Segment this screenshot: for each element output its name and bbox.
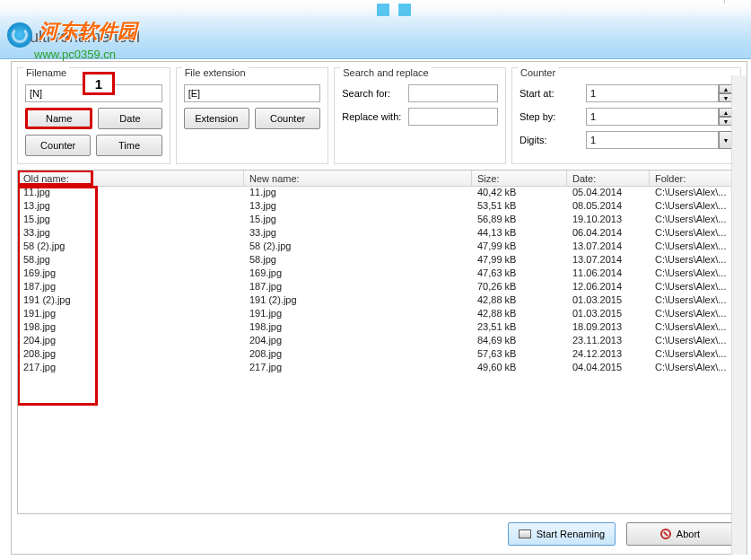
counter-button[interactable]: Counter [25, 135, 91, 156]
cell-new: 191.jpg [244, 308, 472, 321]
date-button[interactable]: Date [98, 108, 162, 129]
replace-with-input[interactable] [408, 108, 498, 126]
cell-old: 11.jpg [18, 187, 244, 200]
cell-folder: C:\Users\Alex\... [650, 321, 740, 335]
cell-new: 198.jpg [244, 321, 472, 335]
start-renaming-button[interactable]: Start Renaming [508, 522, 616, 546]
cell-new: 217.jpg [244, 362, 472, 375]
counter-groupbox: Counter Start at: ▲▼ Step by: ▲▼ Digits: [511, 67, 741, 164]
cell-folder: C:\Users\Alex\... [650, 214, 740, 227]
cell-new: 204.jpg [244, 335, 472, 348]
cell-size: 47,99 kB [472, 241, 567, 254]
table-row[interactable]: 33.jpg33.jpg44,13 kB06.04.2014C:\Users\A… [18, 227, 740, 241]
replace-with-label: Replace with: [342, 111, 405, 122]
cell-date: 23.11.2013 [567, 335, 650, 348]
col-header-new[interactable]: New name: [244, 171, 472, 186]
cell-old: 191 (2).jpg [18, 294, 244, 308]
extension-groupbox: File extension Extension Counter [176, 67, 329, 164]
cell-old: 13.jpg [18, 200, 244, 214]
table-row[interactable]: 191 (2).jpg191 (2).jpg42,88 kB01.03.2015… [18, 294, 740, 308]
cell-date: 18.09.2013 [567, 321, 650, 335]
content-panel: Filename 1 Name Date Counter Time File e… [11, 61, 747, 555]
rename-icon [519, 529, 531, 538]
cell-size: 49,60 kB [472, 362, 567, 375]
start-at-input[interactable] [586, 84, 719, 102]
table-row[interactable]: 58 (2).jpg58 (2).jpg47,99 kB13.07.2014C:… [18, 241, 740, 254]
cell-size: 47,63 kB [472, 267, 567, 281]
file-list: Old name: New name: Size: Date: Folder: … [17, 170, 741, 514]
name-button[interactable]: Name [25, 108, 92, 129]
ext-counter-button[interactable]: Counter [255, 108, 320, 129]
cell-old: 217.jpg [18, 362, 244, 375]
cell-size: 40,42 kB [472, 187, 567, 200]
cell-new: 33.jpg [244, 227, 472, 241]
cell-date: 12.06.2014 [567, 281, 650, 294]
abort-label: Abort [677, 529, 700, 539]
cell-folder: C:\Users\Alex\... [650, 308, 740, 321]
cell-folder: C:\Users\Alex\... [650, 187, 740, 200]
cell-date: 08.05.2014 [567, 200, 650, 214]
table-row[interactable]: 191.jpg191.jpg42,88 kB01.03.2015C:\Users… [18, 308, 740, 321]
col-header-size[interactable]: Size: [472, 171, 567, 186]
cell-new: 13.jpg [244, 200, 472, 214]
cell-folder: C:\Users\Alex\... [650, 281, 740, 294]
extension-button[interactable]: Extension [184, 108, 249, 129]
cell-size: 44,13 kB [472, 227, 567, 241]
table-row[interactable]: 198.jpg198.jpg23,51 kB18.09.2013C:\Users… [18, 321, 740, 335]
cell-folder: C:\Users\Alex\... [650, 227, 740, 241]
cell-old: 198.jpg [18, 321, 244, 335]
cell-date: 11.06.2014 [567, 267, 650, 281]
cell-new: 187.jpg [244, 281, 472, 294]
abort-icon [660, 529, 671, 539]
time-button[interactable]: Time [96, 135, 162, 156]
col-header-old[interactable]: Old name: [18, 171, 244, 186]
table-row[interactable]: 13.jpg13.jpg53,51 kB08.05.2014C:\Users\A… [18, 200, 740, 214]
cell-new: 191 (2).jpg [244, 294, 472, 308]
start-renaming-label: Start Renaming [537, 529, 605, 539]
extension-legend: File extension [182, 67, 249, 78]
table-row[interactable]: 15.jpg15.jpg56,89 kB19.10.2013C:\Users\A… [18, 214, 740, 227]
digits-input[interactable] [586, 131, 719, 149]
cell-size: 57,63 kB [472, 348, 567, 362]
search-for-input[interactable] [408, 84, 498, 102]
col-header-date[interactable]: Date: [567, 171, 650, 186]
cell-folder: C:\Users\Alex\... [650, 254, 740, 267]
table-row[interactable]: 11.jpg11.jpg40,42 kB05.04.2014C:\Users\A… [18, 187, 740, 200]
extension-input[interactable] [184, 84, 321, 102]
filename-groupbox: Filename 1 Name Date Counter Time [17, 67, 170, 164]
annotation-badge-1: 1 [83, 72, 115, 95]
table-row[interactable]: 169.jpg169.jpg47,63 kB11.06.2014C:\Users… [18, 267, 740, 281]
cell-size: 84,69 kB [472, 335, 567, 348]
cell-date: 04.04.2015 [567, 362, 650, 375]
cell-date: 24.12.2013 [567, 348, 650, 362]
list-rows: 11.jpg11.jpg40,42 kB05.04.2014C:\Users\A… [18, 187, 740, 375]
cell-date: 13.07.2014 [567, 254, 650, 267]
abort-button[interactable]: Abort [626, 522, 734, 546]
cell-size: 42,88 kB [472, 308, 567, 321]
cell-size: 56,89 kB [472, 214, 567, 227]
cell-new: 15.jpg [244, 214, 472, 227]
cell-size: 23,51 kB [472, 321, 567, 335]
step-by-input[interactable] [586, 108, 719, 126]
cell-size: 70,26 kB [472, 281, 567, 294]
cell-folder: C:\Users\Alex\... [650, 362, 740, 375]
cell-folder: C:\Users\Alex\... [650, 294, 740, 308]
cell-size: 47,99 kB [472, 254, 567, 267]
cell-size: 53,51 kB [472, 200, 567, 214]
table-row[interactable]: 217.jpg217.jpg49,60 kB04.04.2015C:\Users… [18, 362, 740, 375]
start-at-label: Start at: [520, 88, 582, 99]
table-row[interactable]: 187.jpg187.jpg70,26 kB12.06.2014C:\Users… [18, 281, 740, 294]
tool-title: Multi rename tool [16, 28, 140, 47]
table-row[interactable]: 208.jpg208.jpg57,63 kB24.12.2013C:\Users… [18, 348, 740, 362]
col-header-folder[interactable]: Folder: [650, 171, 740, 186]
table-row[interactable]: 204.jpg204.jpg84,69 kB23.11.2013C:\Users… [18, 335, 740, 348]
tool-title-band: Multi rename tool [0, 16, 751, 59]
cell-old: 58.jpg [18, 254, 244, 267]
counter-legend: Counter [518, 67, 558, 78]
cell-date: 06.04.2014 [567, 227, 650, 241]
search-legend: Search and replace [340, 67, 431, 78]
cell-old: 191.jpg [18, 308, 244, 321]
vertical-scrollbar[interactable] [731, 75, 747, 555]
digits-label: Digits: [520, 135, 582, 145]
table-row[interactable]: 58.jpg58.jpg47,99 kB13.07.2014C:\Users\A… [18, 254, 740, 267]
